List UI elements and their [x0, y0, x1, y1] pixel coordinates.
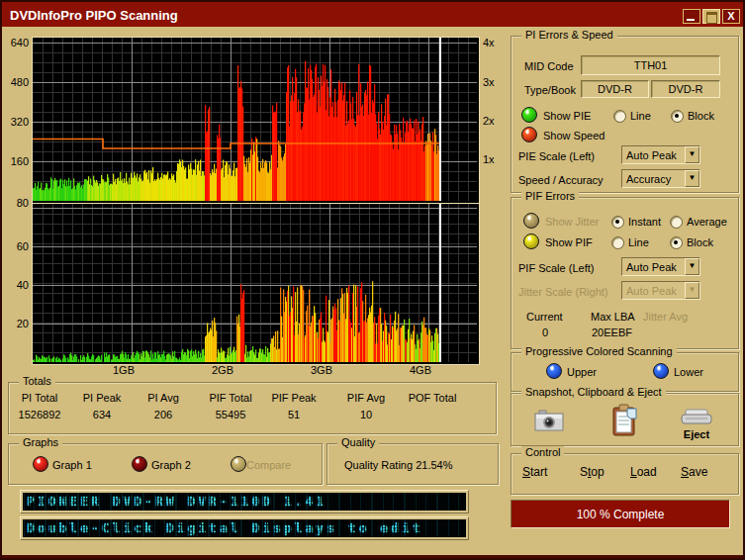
lcd-display-message[interactable]: Double-Click Digital Displays to edit — [20, 516, 469, 540]
quality-title: Quality — [337, 436, 379, 448]
pie-block-label: Block — [688, 110, 714, 122]
lcd-inner: PIONEER DVD-RW DVR-110D 1.41 — [23, 493, 466, 511]
jitter-scale-combo: Auto Peak ▼ — [621, 281, 700, 300]
pie-y-axis-tick: 320 — [0, 116, 29, 128]
totals-col-value: 55495 — [216, 409, 246, 420]
x-axis-tick: 1GB — [113, 364, 135, 376]
jitter-scale-value: Auto Peak — [622, 285, 685, 297]
totals-col-label: PI Total — [22, 392, 58, 404]
jitter-instant-radio[interactable] — [611, 216, 624, 229]
show-pie-led-button[interactable] — [521, 107, 537, 123]
pie-block-radio[interactable] — [671, 110, 684, 123]
current-label: Current — [526, 311, 563, 323]
close-icon: X — [727, 10, 734, 22]
graph1-label: Graph 1 — [52, 459, 92, 471]
minimize-icon — [687, 19, 695, 21]
speed-y-axis-tick: 2x — [483, 115, 495, 127]
compare-label: Compare — [246, 459, 291, 471]
jitter-average-label: Average — [687, 216, 727, 228]
pif-scale-value: Auto Peak — [622, 261, 685, 273]
pie-chart-plot — [32, 37, 480, 204]
speed-accuracy-combo[interactable]: Accuracy ▼ — [621, 169, 700, 188]
pie-scale-label: PIE Scale (Left) — [518, 150, 595, 162]
pif-errors-title: PIF Errors — [521, 190, 579, 202]
title-bar[interactable]: DVDInfoPro PIPO Scanning X — [2, 2, 743, 27]
jitter-scale-label: Jitter Scale (Right) — [518, 286, 607, 298]
lcd-message-text: Double-Click Digital Displays to edit — [27, 520, 423, 535]
stop-button[interactable]: Stop — [580, 465, 605, 479]
maximize-icon — [706, 12, 717, 24]
minimize-button[interactable] — [683, 9, 700, 24]
pie-y-axis-tick: 160 — [0, 155, 29, 167]
max-lba-label: Max LBA — [591, 311, 635, 323]
lcd-drive-text: PIONEER DVD-RW DVR-110D 1.41 — [27, 494, 326, 509]
jitter-scale-dropdown-arrow-icon: ▼ — [685, 282, 699, 299]
max-lba-value: 20EEBF — [592, 327, 632, 338]
pif-block-radio[interactable] — [670, 236, 683, 249]
totals-col-value: 1526892 — [19, 409, 61, 420]
save-button[interactable]: Save — [681, 465, 707, 479]
book-field: DVD-R — [651, 80, 720, 98]
show-jitter-label: Show Jitter — [545, 216, 599, 228]
show-pie-label: Show PIE — [543, 110, 591, 122]
pif-line-radio[interactable] — [611, 236, 624, 249]
totals-col-value: 51 — [288, 409, 300, 420]
close-button[interactable]: X — [722, 9, 740, 24]
pif-block-label: Block — [687, 236, 713, 248]
type-field: DVD-R — [581, 80, 649, 98]
lower-led-button[interactable] — [653, 363, 669, 379]
pie-line-label: Line — [630, 110, 651, 122]
current-value: 0 — [542, 327, 548, 338]
totals-col-label: PIF Total — [209, 392, 251, 404]
lcd-inner: Double-Click Digital Displays to edit — [23, 519, 466, 537]
maximize-button[interactable] — [702, 9, 720, 24]
show-pif-led-button[interactable] — [523, 233, 539, 249]
x-axis-tick: 4GB — [410, 364, 431, 376]
pie-scale-dropdown-arrow-icon[interactable]: ▼ — [685, 146, 699, 163]
eject-button[interactable]: Eject — [679, 409, 714, 440]
compare-led-button[interactable] — [231, 456, 246, 472]
camera-icon — [534, 409, 564, 432]
pif-scale-combo[interactable]: Auto Peak ▼ — [621, 257, 700, 276]
graph2-led-button[interactable] — [132, 456, 147, 472]
lcd-display-drive[interactable]: PIONEER DVD-RW DVR-110D 1.41 — [20, 490, 469, 513]
pif-scale-dropdown-arrow-icon[interactable]: ▼ — [685, 258, 699, 275]
progress-text: 100 % Complete — [577, 508, 665, 521]
pif-y-axis-tick: 80 — [0, 197, 29, 209]
clipboard-button[interactable] — [611, 404, 639, 441]
progress-bar: 100 % Complete — [511, 500, 730, 528]
totals-col-label: PI Peak — [83, 392, 122, 404]
pie-y-axis-tick: 640 — [0, 37, 29, 48]
graph2-label: Graph 2 — [151, 459, 191, 471]
speed-y-axis-tick: 4x — [483, 37, 495, 48]
pi-errors-speed-title: PI Errors & Speed — [521, 29, 617, 41]
x-axis-tick: 3GB — [311, 364, 332, 376]
totals-col-label: POF Total — [409, 392, 457, 404]
totals-col-label: PIF Avg — [347, 392, 385, 404]
totals-title: Totals — [19, 375, 55, 387]
speed-accuracy-value: Accuracy — [622, 173, 685, 185]
start-button[interactable]: Start — [522, 465, 547, 479]
snapshot-button[interactable] — [534, 409, 564, 436]
lower-label: Lower — [674, 366, 703, 378]
totals-col-value: 10 — [360, 409, 372, 420]
quality-rating: Quality Rating 21.54% — [344, 459, 452, 471]
totals-group: Totals — [8, 382, 497, 434]
totals-col-label: PI Avg — [147, 392, 179, 404]
pie-y-axis-tick: 480 — [0, 76, 29, 88]
show-speed-led-button[interactable] — [521, 127, 537, 142]
graphs-title: Graphs — [19, 436, 62, 448]
pif-scale-label: PIF Scale (Left) — [518, 262, 594, 274]
jitter-average-radio[interactable] — [670, 216, 683, 229]
mid-code-field: TTH01 — [581, 55, 720, 75]
speed-accuracy-dropdown-arrow-icon[interactable]: ▼ — [685, 170, 699, 187]
control-title: Control — [521, 446, 564, 458]
pie-line-radio[interactable] — [613, 110, 626, 123]
pif-y-axis-tick: 20 — [0, 318, 29, 329]
pie-scale-combo[interactable]: Auto Peak ▼ — [621, 145, 700, 164]
totals-col-value: 206 — [154, 409, 172, 420]
load-button[interactable]: Load — [630, 465, 657, 479]
graph1-led-button[interactable] — [33, 456, 48, 472]
show-jitter-led-button[interactable] — [523, 213, 539, 229]
upper-led-button[interactable] — [546, 363, 562, 379]
